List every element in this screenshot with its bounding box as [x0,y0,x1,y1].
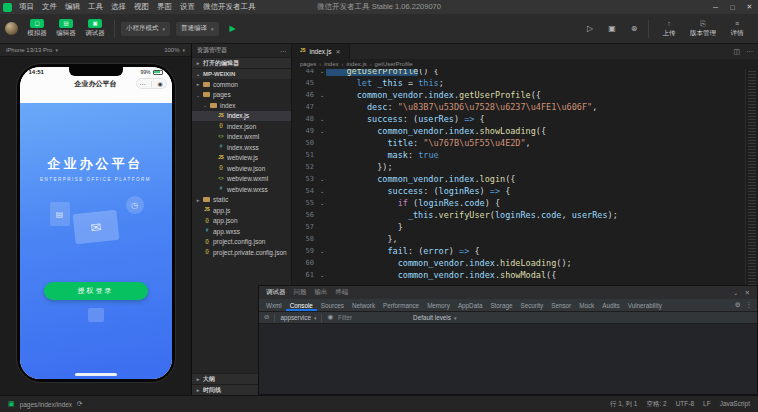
fold-icon[interactable]: ⌄ [318,269,326,281]
devtools-tab-sources[interactable]: Sources [317,299,348,311]
compile-status-icon[interactable]: ▣ [8,400,15,408]
statusbar-item[interactable]: LF [703,400,711,409]
tree-folder[interactable]: ▸common [192,79,291,90]
tree-folder[interactable]: ▸static [192,195,291,206]
mode-select[interactable]: 小程序模式 ▾ [121,22,170,36]
clear-console-icon[interactable]: ⊘ [264,314,269,321]
avatar[interactable] [5,22,18,35]
statusbar-item[interactable]: JavaScript [720,400,750,409]
devtools-tab-mock[interactable]: Mock [575,299,598,311]
fold-icon[interactable]: ⌄ [318,245,326,257]
close-panel-icon[interactable]: ✕ [745,289,750,297]
statusbar-item[interactable]: 空格: 2 [646,400,666,409]
statusbar-path[interactable]: pages/index/index [20,401,72,408]
fold-icon[interactable]: ⌄ [318,197,326,209]
console-output[interactable] [259,324,757,394]
panel-toggle[interactable]: ▤编辑器 [53,19,79,38]
dots-icon[interactable]: ⋮ [746,301,753,309]
tree-folder[interactable]: ⌄pages [192,90,291,101]
menu-item[interactable]: 工具 [84,0,107,14]
open-editors-section[interactable]: ▸ 打开的编辑器 [192,57,291,68]
tree-file[interactable]: #app.wxss [192,226,291,237]
split-editor-icon[interactable]: ◫ [733,48,740,56]
devtools-tab-appdata[interactable]: AppData [454,299,487,311]
tree-file[interactable]: {}webview.json [192,163,291,174]
menu-item[interactable]: 微信开发者工具 [199,0,260,14]
tree-file[interactable]: #webview.wxss [192,184,291,195]
tree-file[interactable]: JSindex.js [192,111,291,122]
devtools-tab-console[interactable]: Console [286,299,317,311]
breadcrumb-segment[interactable]: index [324,61,338,67]
capsule-more-icon[interactable]: ⋯ [139,81,145,87]
device-select[interactable]: iPhone 13/13 Pro ▾ [6,47,58,53]
debugger-panel-tab[interactable]: 终端 [336,288,349,297]
menu-item[interactable]: 选择 [107,0,130,14]
devtools-tab-security[interactable]: Security [516,299,547,311]
tree-file[interactable]: {}index.json [192,121,291,132]
refresh-icon[interactable]: ⟳ [77,401,82,408]
breadcrumb-segment[interactable]: pages [300,61,316,67]
tree-file[interactable]: <>webview.wxml [192,174,291,185]
fold-icon[interactable]: ⌄ [318,185,326,197]
wechat-capsule[interactable]: ⋯ ◉ [136,78,167,89]
menu-item[interactable]: 文件 [38,0,61,14]
devtools-tab-performance[interactable]: Performance [379,299,423,311]
tree-file[interactable]: {}project.private.config.json [192,247,291,258]
preview-icon[interactable]: ▷ [582,21,598,37]
fold-icon[interactable]: ⌄ [318,173,326,185]
panel-toggle[interactable]: ▢模拟器 [24,19,50,38]
project-root-section[interactable]: ⌄ MP-WEIXIN [192,68,291,79]
more-icon[interactable]: ⋯ [280,47,286,54]
minimize-icon[interactable]: ─ [707,0,724,14]
upload-button[interactable]: ↑上传 [655,20,683,38]
close-icon[interactable]: ✕ [741,0,758,14]
debugger-panel-tab[interactable]: 输出 [315,288,328,297]
devtools-tab-network[interactable]: Network [348,299,379,311]
zoom-select[interactable]: 100% ▾ [164,47,185,53]
maximize-icon[interactable]: □ [724,0,741,14]
version-button[interactable]: ⎘版本管理 [687,20,719,38]
compile-play-icon[interactable]: ▶ [225,21,241,37]
capsule-home-icon[interactable]: ◉ [157,81,162,87]
menu-item[interactable]: 视图 [130,0,153,14]
devtools-tab-vulnerability[interactable]: Vulnerability [624,299,666,311]
tab-close-icon[interactable]: ✕ [336,48,341,55]
breadcrumb-segment[interactable]: index.js [346,61,366,67]
menu-item[interactable]: 设置 [176,0,199,14]
devtools-tab-storage[interactable]: Storage [486,299,516,311]
tree-file[interactable]: #index.wxss [192,142,291,153]
devtools-tab-wxml[interactable]: Wxml [262,299,286,311]
devtools-tab-memory[interactable]: Memory [423,299,454,311]
tree-file[interactable]: <>index.wxml [192,132,291,143]
gear-icon[interactable]: ⚙ [735,301,741,309]
tree-file[interactable]: JSwebview.js [192,153,291,164]
fold-icon[interactable]: ⌄ [318,113,326,125]
menu-item[interactable]: 编辑 [61,0,84,14]
fold-icon[interactable]: ⌄ [318,69,326,77]
eye-icon[interactable]: ◉ [327,314,333,321]
statusbar-item[interactable]: 行 1, 列 1 [610,400,637,409]
breadcrumb-segment[interactable]: getUserProfile [375,61,413,67]
fold-icon[interactable]: ⌄ [318,89,326,101]
tree-file[interactable]: JSapp.js [192,205,291,216]
panel-toggle[interactable]: ▣调试器 [82,19,108,38]
more-icon[interactable]: ⋯ [746,48,753,56]
debugger-panel-tab[interactable]: 调试器 [266,288,286,297]
tree-file[interactable]: {}app.json [192,216,291,227]
tree-file[interactable]: {}project.config.json [192,237,291,248]
collapse-panel-icon[interactable]: ⌄ [733,289,738,297]
editor-tab-index-js[interactable]: JS index.js ✕ [292,44,350,59]
menu-item[interactable]: 界面 [153,0,176,14]
menu-item[interactable]: 项目 [15,0,38,14]
remote-debug-icon[interactable]: ▣ [604,21,620,37]
devtools-tab-sensor[interactable]: Sensor [547,299,575,311]
details-button[interactable]: ≡详情 [723,20,751,38]
debugger-panel-tab[interactable]: 问题 [294,288,307,297]
console-filter-input[interactable] [338,313,408,322]
clear-cache-icon[interactable]: ⊗ [626,21,642,37]
js-context-select[interactable]: appservice ▾ [280,314,316,321]
compile-select[interactable]: 普通编译 ▾ [176,22,219,36]
tree-folder[interactable]: ⌄index [192,100,291,111]
devtools-tab-audits[interactable]: Audits [598,299,624,311]
fold-icon[interactable]: ⌄ [318,125,326,137]
